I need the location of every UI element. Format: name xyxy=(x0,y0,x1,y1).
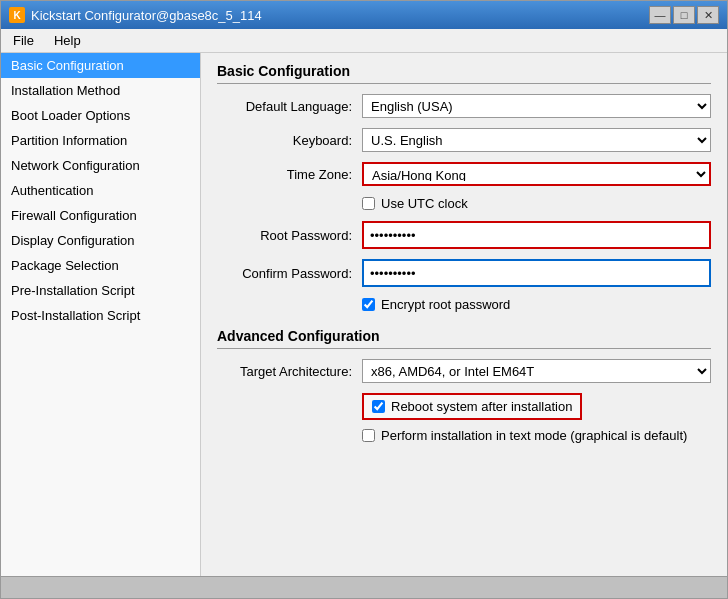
confirm-password-input[interactable] xyxy=(362,259,711,287)
target-arch-select[interactable]: x86, AMD64, or Intel EM64T x86 AMD64 PPC… xyxy=(362,359,711,383)
sidebar-item-display-configuration[interactable]: Display Configuration xyxy=(1,228,200,253)
default-language-row: Default Language: English (USA) Chinese … xyxy=(217,94,711,118)
sidebar-item-partition-information[interactable]: Partition Information xyxy=(1,128,200,153)
root-password-control xyxy=(362,221,711,249)
sidebar-item-basic-configuration[interactable]: Basic Configuration xyxy=(1,53,200,78)
close-button[interactable]: ✕ xyxy=(697,6,719,24)
title-bar: K Kickstart Configurator@gbase8c_5_114 —… xyxy=(1,1,727,29)
utc-clock-checkbox[interactable] xyxy=(362,197,375,210)
target-arch-control: x86, AMD64, or Intel EM64T x86 AMD64 PPC… xyxy=(362,359,711,383)
maximize-button[interactable]: □ xyxy=(673,6,695,24)
timezone-row: Time Zone: Asia/Hong Kong Asia/Shanghai … xyxy=(217,162,711,186)
window-title: Kickstart Configurator@gbase8c_5_114 xyxy=(31,8,262,23)
menu-bar: File Help xyxy=(1,29,727,53)
timezone-select[interactable]: Asia/Hong Kong Asia/Shanghai Asia/Tokyo … xyxy=(362,162,711,186)
title-bar-buttons: — □ ✕ xyxy=(649,6,719,24)
root-password-input[interactable] xyxy=(362,221,711,249)
default-language-select[interactable]: English (USA) Chinese (Simplified) Chine… xyxy=(362,94,711,118)
target-arch-label: Target Architecture: xyxy=(217,364,362,379)
timezone-control: Asia/Hong Kong Asia/Shanghai Asia/Tokyo … xyxy=(362,162,711,186)
content-area: Basic Configuration Installation Method … xyxy=(1,53,727,576)
status-bar xyxy=(1,576,727,598)
reboot-highlighted-row: Reboot system after installation xyxy=(362,393,582,420)
sidebar-item-package-selection[interactable]: Package Selection xyxy=(1,253,200,278)
minimize-button[interactable]: — xyxy=(649,6,671,24)
text-mode-label[interactable]: Perform installation in text mode (graph… xyxy=(381,428,687,443)
sidebar-item-network-configuration[interactable]: Network Configuration xyxy=(1,153,200,178)
reboot-system-label[interactable]: Reboot system after installation xyxy=(391,399,572,414)
default-language-control: English (USA) Chinese (Simplified) Chine… xyxy=(362,94,711,118)
sidebar-item-boot-loader-options[interactable]: Boot Loader Options xyxy=(1,103,200,128)
text-mode-checkbox[interactable] xyxy=(362,429,375,442)
target-arch-row: Target Architecture: x86, AMD64, or Inte… xyxy=(217,359,711,383)
root-password-row: Root Password: xyxy=(217,221,711,249)
timezone-label: Time Zone: xyxy=(217,167,362,182)
keyboard-label: Keyboard: xyxy=(217,133,362,148)
file-menu[interactable]: File xyxy=(5,31,42,50)
sidebar-item-pre-installation-script[interactable]: Pre-Installation Script xyxy=(1,278,200,303)
advanced-config-section: Advanced Configuration Target Architectu… xyxy=(217,328,711,443)
keyboard-select[interactable]: U.S. English U.S. International UK Frenc… xyxy=(362,128,711,152)
sidebar-item-post-installation-script[interactable]: Post-Installation Script xyxy=(1,303,200,328)
sidebar-item-authentication[interactable]: Authentication xyxy=(1,178,200,203)
utc-clock-row: Use UTC clock xyxy=(362,196,711,211)
keyboard-row: Keyboard: U.S. English U.S. Internationa… xyxy=(217,128,711,152)
basic-config-title: Basic Configuration xyxy=(217,63,711,84)
confirm-password-row: Confirm Password: xyxy=(217,259,711,287)
help-menu[interactable]: Help xyxy=(46,31,89,50)
encrypt-root-row: Encrypt root password xyxy=(362,297,711,312)
encrypt-root-label[interactable]: Encrypt root password xyxy=(381,297,510,312)
root-password-label: Root Password: xyxy=(217,228,362,243)
sidebar: Basic Configuration Installation Method … xyxy=(1,53,201,576)
main-window: K Kickstart Configurator@gbase8c_5_114 —… xyxy=(0,0,728,599)
text-mode-row: Perform installation in text mode (graph… xyxy=(362,428,711,443)
title-bar-left: K Kickstart Configurator@gbase8c_5_114 xyxy=(9,7,262,23)
default-language-label: Default Language: xyxy=(217,99,362,114)
advanced-config-title: Advanced Configuration xyxy=(217,328,711,349)
sidebar-item-installation-method[interactable]: Installation Method xyxy=(1,78,200,103)
keyboard-control: U.S. English U.S. International UK Frenc… xyxy=(362,128,711,152)
confirm-password-control xyxy=(362,259,711,287)
main-panel: Basic Configuration Default Language: En… xyxy=(201,53,727,576)
app-icon: K xyxy=(9,7,25,23)
reboot-system-checkbox[interactable] xyxy=(372,400,385,413)
utc-clock-label[interactable]: Use UTC clock xyxy=(381,196,468,211)
encrypt-root-checkbox[interactable] xyxy=(362,298,375,311)
sidebar-item-firewall-configuration[interactable]: Firewall Configuration xyxy=(1,203,200,228)
confirm-password-label: Confirm Password: xyxy=(217,266,362,281)
